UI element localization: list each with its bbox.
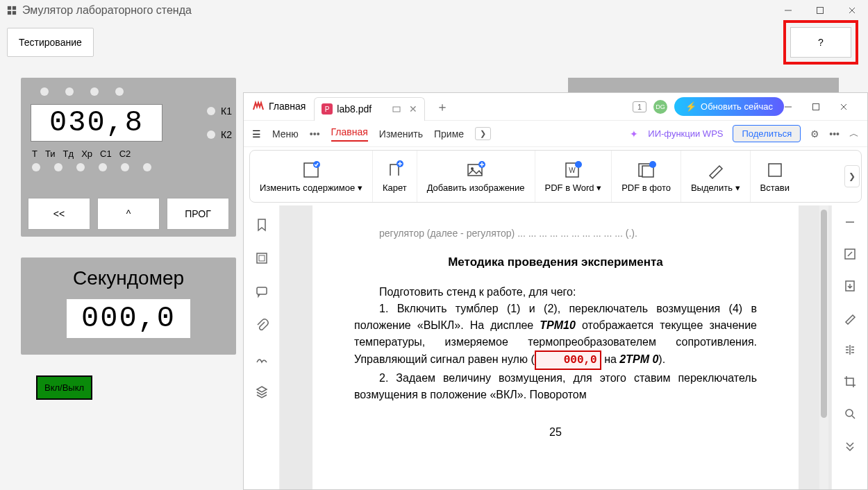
notification-badge[interactable]: 1 [633, 101, 646, 112]
svg-point-23 [575, 161, 582, 168]
more-menu-icon[interactable]: ••• [829, 128, 840, 140]
up-button[interactable]: ^ [97, 198, 160, 230]
power-toggle[interactable]: Вкл/Выкл [36, 375, 92, 400]
ribbon-scroll-right[interactable]: ❯ [844, 165, 860, 187]
tab-detach-icon[interactable] [392, 105, 401, 113]
highlight-icon [706, 160, 725, 180]
menu-scroll-right[interactable]: ❯ [475, 127, 491, 140]
gear-icon[interactable]: ⚙ [810, 128, 819, 140]
wps-tab-doc-label: lab8.pdf [337, 103, 372, 115]
menu-edit[interactable]: Изменить [379, 128, 423, 140]
ribbon-insert-label: Встави [760, 183, 790, 193]
ribbon-edit-content[interactable]: Изменить содержимое ▾ [250, 151, 373, 202]
doc-heading: Методика проведения эксперимента [354, 253, 757, 271]
svg-rect-2 [8, 11, 11, 15]
testing-button[interactable]: Тестирование [7, 28, 94, 57]
wps-left-sidenav [244, 205, 280, 489]
doc-scroll-thumb[interactable] [821, 210, 827, 418]
stopwatch-display: 000,0 [67, 299, 190, 338]
prev-button[interactable]: << [28, 198, 90, 230]
wps-tab-document[interactable]: P lab8.pdf ✕ [314, 97, 425, 121]
help-button[interactable]: ? [790, 27, 851, 58]
svg-rect-3 [12, 11, 16, 15]
crop-tool-icon[interactable] [843, 375, 857, 389]
share-button[interactable]: Поделиться [733, 125, 801, 142]
ai-functions[interactable]: ИИ-функции WPS [648, 128, 723, 139]
doc-led-value: 000,0 [535, 350, 601, 370]
menu-apply[interactable]: Приме [434, 128, 464, 140]
svg-rect-10 [393, 107, 400, 112]
search-tool-icon[interactable] [843, 407, 857, 421]
wps-tab-home-label: Главная [269, 101, 306, 112]
insert-icon [765, 160, 785, 180]
pen-tool-icon[interactable] [843, 311, 857, 325]
ribbon-add-image[interactable]: Добавить изображение [417, 151, 535, 202]
comment-icon[interactable] [255, 285, 269, 298]
update-label: Обновить сейчас [701, 101, 773, 112]
add-image-icon [466, 160, 485, 180]
split-tool-icon[interactable] [843, 343, 857, 357]
label-t: Т [32, 149, 37, 159]
ribbon-insert[interactable]: Встави [751, 151, 799, 202]
thumbnail-icon[interactable] [255, 251, 269, 265]
menu-menu[interactable]: Меню [272, 128, 299, 140]
wps-tab-home[interactable]: Главная [244, 93, 314, 120]
more-dots-icon[interactable]: ••• [310, 128, 320, 140]
k2-led [207, 130, 215, 139]
update-button[interactable]: ⚡ Обновить сейчас [674, 97, 784, 116]
new-tab-button[interactable]: ＋ [432, 99, 453, 115]
svg-point-35 [846, 409, 853, 416]
signature-icon[interactable] [255, 351, 269, 365]
wps-ribbon: Изменить содержимое ▾ Карет Добавить изо… [249, 150, 862, 203]
svg-rect-1 [12, 6, 16, 10]
pdf-icon: P [322, 103, 333, 115]
doc-list-item-2: 2. Задаем величину возмущения, для этого… [354, 370, 757, 403]
led-indicator [99, 163, 107, 171]
hamburger-icon[interactable]: ☰ [252, 128, 261, 140]
ribbon-pdf-to-photo-label: PDF в фото [621, 183, 671, 193]
led-indicator [65, 87, 74, 96]
svg-rect-12 [813, 103, 819, 110]
label-xp: Хр [81, 149, 92, 159]
chevron-down-icon[interactable] [843, 439, 857, 453]
wps-close-button[interactable] [840, 103, 867, 111]
doc-page-number: 25 [354, 424, 757, 441]
ribbon-pdf-to-word-label: PDF в Word ▾ [545, 183, 602, 193]
svg-rect-28 [257, 253, 267, 263]
label-c1: С1 [100, 149, 112, 159]
ribbon-pdf-to-photo[interactable]: PDF в фото [612, 151, 681, 202]
maximize-button[interactable] [804, 0, 836, 21]
minus-tool-icon[interactable] [843, 215, 857, 229]
k1-led [207, 107, 215, 115]
wps-minimize-button[interactable] [784, 103, 812, 111]
collapse-ribbon-icon[interactable]: ︿ [849, 128, 859, 140]
wps-maximize-button[interactable] [812, 103, 840, 111]
led-indicator [143, 163, 151, 171]
ribbon-highlight[interactable]: Выделить ▾ [681, 151, 751, 202]
menu-home[interactable]: Главная [331, 126, 368, 142]
wps-right-sidenav [831, 205, 867, 489]
label-td: Тд [63, 149, 74, 159]
svg-point-26 [649, 161, 656, 168]
ribbon-pdf-to-word[interactable]: W PDF в Word ▾ [535, 151, 612, 202]
document-viewport[interactable]: регулятор (далее - регулятор) ... ... ..… [280, 205, 831, 489]
close-button[interactable] [836, 0, 868, 21]
ribbon-caret[interactable]: Карет [373, 151, 417, 202]
bookmark-icon[interactable] [255, 218, 269, 232]
minimize-button[interactable] [772, 0, 804, 21]
instrument-panel: 030,8 К1 К2 Т Ти Тд Хр С1 С2 << ^ ПРОГ С… [21, 78, 236, 400]
label-c2: С2 [119, 149, 131, 159]
prog-button[interactable]: ПРОГ [167, 198, 229, 230]
doc-scrollbar[interactable] [819, 205, 828, 489]
svg-rect-30 [257, 287, 267, 294]
edit-tool-icon[interactable] [843, 247, 857, 261]
ribbon-add-image-label: Добавить изображение [427, 183, 525, 193]
layers-icon[interactable] [255, 385, 269, 398]
svg-rect-5 [817, 8, 824, 14]
tab-close-icon[interactable]: ✕ [409, 103, 417, 115]
user-avatar[interactable]: DG [653, 100, 667, 114]
export-tool-icon[interactable] [843, 279, 857, 293]
wps-window: Главная P lab8.pdf ✕ ＋ 1 DG ⚡ Обновить с… [243, 92, 868, 490]
attachment-icon[interactable] [255, 318, 269, 332]
svg-text:P: P [325, 105, 330, 113]
